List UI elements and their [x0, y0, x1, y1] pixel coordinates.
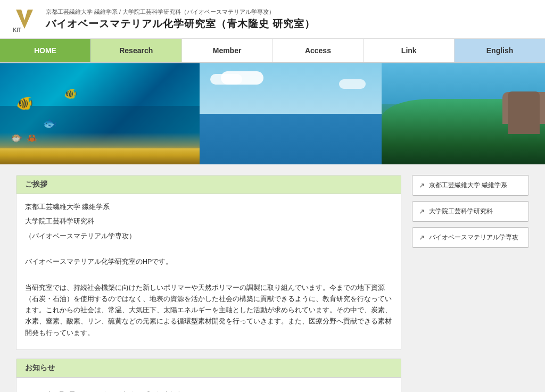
external-link-icon-2: ↗ [419, 207, 425, 215]
greeting-body: 京都工芸繊維大学 繊維学系 大学院工芸科学研究科 （バイオベースマテリアル学専攻… [16, 194, 401, 349]
news-section: お知らせ ○ 2022年4月1日 ホームページをオープンしました。 NEW [16, 358, 401, 392]
news-date: 2022年4月1日 [32, 389, 76, 392]
hero-island [382, 63, 545, 164]
greeting-body-text: 当研究室では、持続社会機築に向けた新しいポリマーや天然ポリマーの調製に取り組んで… [25, 282, 392, 339]
header-title: バイオベースマテリアル化学研究室（青木隆史 研究室） [46, 17, 315, 31]
nav-access[interactable]: Access [272, 39, 364, 62]
greeting-line2: 大学院工芸科学研究科 [25, 216, 392, 227]
sidebar-link-biobased[interactable]: ↗ バイオベースマテリアル学専攻 [412, 227, 529, 248]
header-subtitle: 京都工芸繊維大学 繊維学系 / 大学院工芸科学研究科（バイオベースマテリアル学専… [46, 8, 315, 16]
header-text: 京都工芸繊維大学 繊維学系 / 大学院工芸科学研究科（バイオベースマテリアル学専… [46, 8, 315, 31]
sidebar-link-fiber[interactable]: ↗ 京都工芸繊維大学 繊維学系 [412, 175, 529, 196]
main-nav: HOME Research Member Access Link English [0, 39, 545, 63]
greeting-line1: 京都工芸繊維大学 繊維学系 [25, 202, 392, 213]
news-text: ホームページをオープンしました。 [80, 389, 191, 392]
svg-text:KIT: KIT [13, 27, 21, 33]
external-link-icon-3: ↗ [419, 233, 425, 241]
content-area: ご挨拶 京都工芸繊維大学 繊維学系 大学院工芸科学研究科 （バイオベースマテリア… [16, 175, 401, 392]
news-item: ○ 2022年4月1日 ホームページをオープンしました。 NEW [25, 385, 392, 392]
sidebar-link-biobased-label: バイオベースマテリアル学専攻 [429, 233, 518, 242]
greeting-section: ご挨拶 京都工芸繊維大学 繊維学系 大学院工芸科学研究科 （バイオベースマテリア… [16, 175, 401, 350]
kit-logo-icon: KIT [11, 5, 38, 33]
hero-sky [200, 63, 381, 164]
greeting-line3: （バイオベースマテリアル学専攻） [25, 231, 392, 242]
nav-research[interactable]: Research [91, 39, 182, 62]
sidebar-link-graduate[interactable]: ↗ 大学院工芸科学研究科 [412, 201, 529, 222]
news-header: お知らせ [16, 359, 401, 378]
external-link-icon: ↗ [419, 181, 425, 189]
sidebar: ↗ 京都工芸繊維大学 繊維学系 ↗ 大学院工芸科学研究科 ↗ バイオベースマテリ… [412, 175, 529, 392]
nav-home[interactable]: HOME [0, 39, 91, 62]
logo: KIT [11, 5, 38, 33]
main-content: ご挨拶 京都工芸繊維大学 繊維学系 大学院工芸科学研究科 （バイオベースマテリア… [0, 164, 545, 392]
header: KIT 京都工芸繊維大学 繊維学系 / 大学院工芸科学研究科（バイオベースマテリ… [0, 0, 545, 39]
svg-marker-0 [16, 10, 33, 29]
hero-ocean: 🐠 🐟 🐠 🐡 🦀 [0, 63, 200, 164]
greeting-intro: バイオベースマテリアル化学研究室のHPです。 [25, 256, 392, 268]
nav-link[interactable]: Link [364, 39, 455, 62]
hero-banner: 🐠 🐟 🐠 🐡 🦀 [0, 63, 545, 164]
sidebar-link-graduate-label: 大学院工芸科学研究科 [429, 207, 493, 216]
nav-english[interactable]: English [455, 39, 545, 62]
news-body: ○ 2022年4月1日 ホームページをオープンしました。 NEW [16, 378, 401, 392]
nav-member[interactable]: Member [182, 39, 273, 62]
greeting-header: ご挨拶 [16, 176, 401, 194]
sidebar-link-fiber-label: 京都工芸繊維大学 繊維学系 [429, 181, 507, 190]
news-badge: NEW [197, 390, 211, 392]
